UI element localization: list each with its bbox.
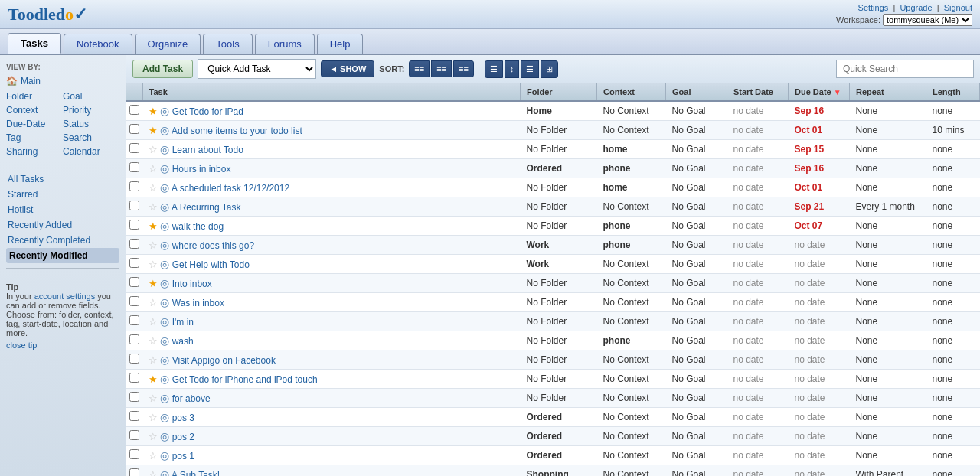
star-empty-icon[interactable]: ☆	[149, 354, 158, 366]
task-checkbox[interactable]	[129, 220, 139, 230]
action-icon-1[interactable]: ☰	[485, 60, 503, 78]
star-empty-icon[interactable]: ☆	[149, 297, 158, 308]
quick-add-dropdown[interactable]: Quick Add Task	[198, 59, 316, 79]
sidebar-item-status[interactable]: Status	[63, 117, 119, 131]
task-link[interactable]: Visit Appigo on Facebook	[172, 355, 276, 366]
task-checkbox[interactable]	[129, 354, 139, 364]
action-icon-4[interactable]: ⊞	[541, 60, 558, 78]
task-checkbox[interactable]	[129, 373, 139, 383]
task-checkbox[interactable]	[129, 468, 139, 476]
task-checkbox[interactable]	[129, 181, 139, 191]
sidebar-item-tag[interactable]: Tag	[6, 131, 63, 145]
task-checkbox[interactable]	[129, 411, 139, 421]
task-link[interactable]: Add some items to your todo list	[172, 126, 302, 136]
task-link[interactable]: for above	[172, 393, 211, 404]
star-empty-icon[interactable]: ☆	[149, 182, 158, 194]
star-empty-icon[interactable]: ☆	[149, 201, 158, 213]
task-link[interactable]: pos 3	[172, 412, 194, 423]
task-link[interactable]: Was in inbox	[172, 298, 224, 308]
upgrade-link[interactable]: Upgrade	[900, 3, 932, 12]
task-checkbox[interactable]	[129, 162, 139, 172]
sort-icon-1[interactable]: ≡≡	[409, 60, 430, 77]
star-empty-icon[interactable]: ☆	[149, 450, 158, 461]
task-checkbox[interactable]	[129, 124, 139, 134]
star-icon[interactable]: ★	[149, 106, 158, 117]
star-empty-icon[interactable]: ☆	[149, 393, 158, 404]
close-tip-link[interactable]: close tip	[6, 341, 119, 350]
col-task-header[interactable]: Task	[142, 83, 521, 101]
star-icon[interactable]: ★	[149, 278, 158, 289]
task-link[interactable]: wash	[172, 336, 194, 347]
sidebar-item-context[interactable]: Context	[6, 103, 63, 117]
col-startdate-header[interactable]: Start Date	[727, 83, 789, 101]
sidebar-item-duedate[interactable]: Due-Date	[6, 117, 63, 131]
star-empty-icon[interactable]: ☆	[149, 240, 158, 251]
sidebar-item-priority[interactable]: Priority	[63, 103, 119, 117]
task-checkbox[interactable]	[129, 201, 139, 210]
tab-help[interactable]: Help	[317, 34, 364, 54]
sidebar-item-hotlist[interactable]: Hotlist	[6, 202, 119, 217]
col-repeat-header[interactable]: Repeat	[850, 83, 926, 101]
star-empty-icon[interactable]: ☆	[149, 144, 158, 155]
star-empty-icon[interactable]: ☆	[149, 412, 158, 423]
tab-tools[interactable]: Tools	[203, 34, 252, 54]
tab-forums[interactable]: Forums	[255, 34, 315, 54]
task-link[interactable]: where does this go?	[172, 240, 254, 251]
sidebar-item-search[interactable]: Search	[63, 131, 119, 145]
star-icon[interactable]: ★	[149, 373, 158, 385]
col-duedate-header[interactable]: Due Date ▼	[789, 83, 850, 101]
star-empty-icon[interactable]: ☆	[149, 259, 158, 270]
task-link[interactable]: Into inbox	[172, 279, 212, 289]
task-link[interactable]: walk the dog	[172, 221, 224, 232]
task-checkbox[interactable]	[129, 392, 139, 402]
task-link[interactable]: pos 1	[172, 451, 194, 461]
task-checkbox[interactable]	[129, 334, 139, 344]
quick-search-input[interactable]	[836, 60, 974, 78]
task-checkbox[interactable]	[129, 430, 139, 440]
task-checkbox[interactable]	[129, 315, 139, 325]
sidebar-item-alltasks[interactable]: All Tasks	[6, 171, 119, 187]
sort-icon-2[interactable]: ≡≡	[431, 60, 452, 77]
sidebar-item-starred[interactable]: Starred	[6, 187, 119, 202]
workspace-select[interactable]: tommysqueak (Me)	[883, 14, 972, 26]
task-checkbox[interactable]	[129, 277, 139, 287]
sort-icon-3[interactable]: ≡≡	[453, 60, 474, 77]
sidebar-item-goal[interactable]: Goal	[63, 90, 119, 103]
task-link[interactable]: A scheduled task 12/12/2012	[172, 183, 289, 194]
star-empty-icon[interactable]: ☆	[149, 163, 158, 174]
task-link[interactable]: Hours in inbox	[172, 164, 231, 174]
sidebar-item-recently-added[interactable]: Recently Added	[6, 217, 119, 233]
tab-tasks[interactable]: Tasks	[8, 33, 61, 54]
task-link[interactable]: Get Help with Todo	[172, 259, 250, 270]
col-folder-header[interactable]: Folder	[521, 83, 597, 101]
task-link[interactable]: Learn about Todo	[172, 145, 243, 155]
action-icon-3[interactable]: ☰	[521, 60, 539, 78]
sidebar-item-folder[interactable]: Folder	[6, 90, 63, 103]
star-empty-icon[interactable]: ☆	[149, 316, 158, 328]
task-checkbox[interactable]	[129, 239, 139, 249]
task-link[interactable]: Get Todo for iPad	[172, 106, 243, 117]
sidebar-item-recently-modified[interactable]: Recently Modified	[6, 248, 119, 263]
task-link[interactable]: I'm in	[172, 317, 194, 328]
star-empty-icon[interactable]: ☆	[149, 335, 158, 347]
task-checkbox[interactable]	[129, 105, 139, 115]
task-checkbox[interactable]	[129, 143, 139, 153]
task-link[interactable]: Get Todo for iPhone and iPod touch	[172, 374, 318, 385]
signout-link[interactable]: Signout	[944, 3, 972, 12]
sidebar-item-main[interactable]: Main	[21, 76, 41, 86]
show-button[interactable]: ◄ SHOW	[321, 60, 374, 77]
action-icon-2[interactable]: ↕	[505, 60, 520, 78]
sidebar-item-sharing[interactable]: Sharing	[6, 145, 63, 158]
tab-notebook[interactable]: Notebook	[64, 34, 132, 54]
account-settings-link[interactable]: account settings	[34, 292, 96, 301]
col-context-header[interactable]: Context	[597, 83, 666, 101]
star-empty-icon[interactable]: ☆	[149, 431, 158, 442]
task-link[interactable]: pos 2	[172, 432, 194, 442]
sidebar-item-calendar[interactable]: Calendar	[63, 145, 119, 158]
star-icon[interactable]: ★	[149, 125, 158, 136]
task-checkbox[interactable]	[129, 258, 139, 268]
sidebar-item-recently-completed[interactable]: Recently Completed	[6, 233, 119, 248]
task-checkbox[interactable]	[129, 449, 139, 459]
tab-organize[interactable]: Organize	[135, 34, 201, 54]
add-task-button[interactable]: Add Task	[132, 60, 193, 78]
